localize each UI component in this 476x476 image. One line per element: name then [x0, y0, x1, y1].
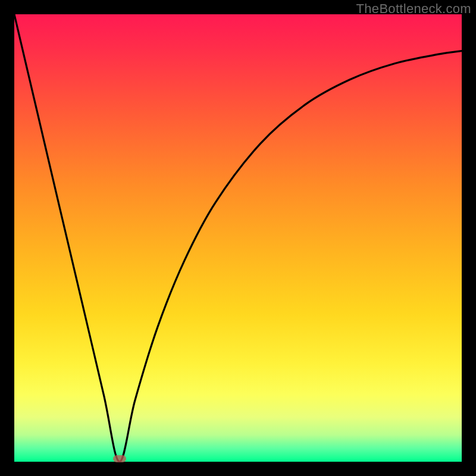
plot-area [14, 14, 462, 462]
minimum-marker [113, 455, 126, 462]
chart-frame: TheBottleneck.com [0, 0, 476, 476]
bottleneck-curve [14, 14, 462, 462]
curve-layer [14, 14, 462, 462]
